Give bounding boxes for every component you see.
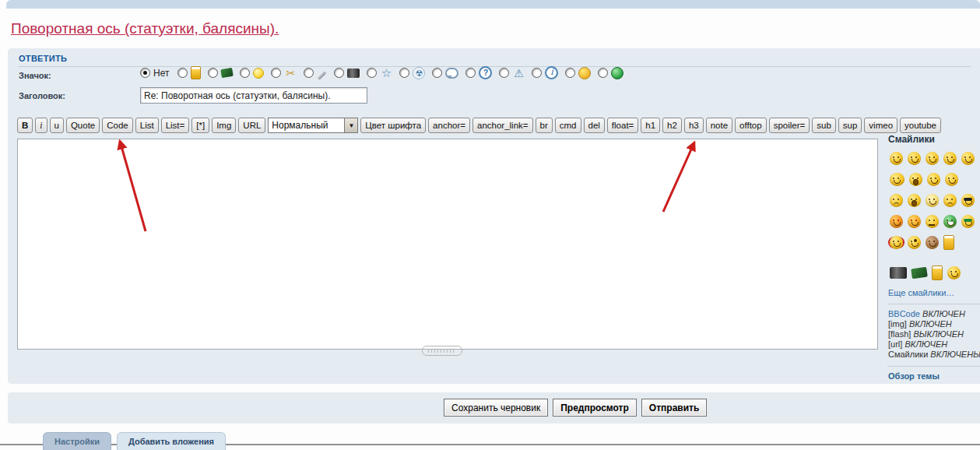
отправить-button[interactable]: Отправить [641, 399, 707, 417]
bbcode-b-button[interactable]: B [17, 118, 33, 133]
radio-button[interactable] [177, 68, 188, 78]
smiley-shout[interactable] [909, 173, 922, 186]
smiley-headphones[interactable] [890, 236, 903, 249]
smiley-nerd[interactable] [961, 215, 975, 228]
bbcode-code-button[interactable]: Code [102, 118, 133, 133]
bbcode-h2-button[interactable]: h2 [662, 118, 682, 133]
smiley-greengrin[interactable] [943, 215, 957, 228]
topic-icon-option-beer[interactable] [177, 66, 201, 79]
smiley-angry[interactable] [890, 215, 903, 228]
tab-settings[interactable]: Настройки [43, 432, 111, 450]
bbcode-u-button[interactable]: u [50, 118, 64, 133]
bbcode-offtop-button[interactable]: offtop [735, 118, 767, 133]
topic-title-link[interactable]: Поворотная ось (статуэтки, балясины). [11, 20, 279, 37]
bbcode-br-button[interactable]: br [536, 118, 553, 133]
bbcode-list-button[interactable]: List [135, 118, 159, 133]
bbcode-anchor-button[interactable]: anchor= [428, 118, 470, 133]
bbcode-img-button[interactable]: Img [212, 118, 236, 133]
smiley-eek[interactable] [926, 194, 939, 207]
radio-button-none[interactable] [140, 68, 150, 78]
bbcode-url-button[interactable]: URL [238, 118, 265, 133]
topic-icon-option-none[interactable]: Нет [140, 68, 170, 79]
topic-icon-option-star[interactable]: ☆ [367, 67, 392, 79]
smiley-straight[interactable] [926, 215, 939, 228]
bbcode-i-button[interactable]: i [35, 118, 47, 133]
bbcode-h1-button[interactable]: h1 [641, 118, 660, 133]
smiley-monocle[interactable] [908, 236, 921, 249]
smiley-motor[interactable] [890, 267, 907, 279]
bbcode-list-button[interactable]: List= [161, 118, 190, 133]
topic-icon-option-smiley-wink[interactable] [565, 67, 591, 79]
smiley-happy[interactable] [908, 152, 921, 165]
smiley-laugh[interactable] [890, 152, 903, 165]
smiley-rolleyes[interactable] [945, 173, 958, 186]
topic-icon-option-wrench[interactable] [304, 68, 327, 78]
bbcode-btn-button[interactable]: [*] [191, 118, 209, 133]
bbcode-vimeo-button[interactable]: vimeo [864, 118, 897, 133]
topic-icon-option-warning[interactable]: ⚠ [499, 67, 525, 79]
bbcode-sup-button[interactable]: sup [838, 118, 862, 133]
smiley-shrug[interactable] [890, 173, 904, 186]
smiley-grin[interactable] [943, 152, 957, 165]
dropdown-arrow-icon[interactable]: ▼ [344, 118, 357, 132]
bbcode-spoiler-button[interactable]: spoiler= [769, 118, 810, 133]
topic-icon-option-question[interactable]: ? [465, 66, 492, 79]
radio-button[interactable] [334, 68, 344, 78]
action-strip: Сохранить черновикПредпросмотрОтправить [8, 392, 980, 424]
topic-icon-option-speech[interactable] [432, 68, 458, 79]
radio-button[interactable] [432, 68, 442, 78]
smiley-sad[interactable] [890, 194, 903, 207]
smiley-pcb[interactable] [911, 267, 928, 279]
сохранить-черновик-button[interactable]: Сохранить черновик [444, 399, 548, 417]
предпросмотр-button[interactable]: Предпросмотр [553, 399, 637, 417]
bbcode-anchor-link-button[interactable]: anchor_link= [472, 118, 533, 133]
smiley-evil[interactable] [908, 215, 921, 228]
radio-button[interactable] [399, 68, 409, 78]
more-smilies-link[interactable]: Еще смайлики… [888, 288, 980, 297]
topic-icon-option-bulb[interactable] [240, 68, 264, 79]
radio-button[interactable] [240, 68, 250, 78]
smiley-cool[interactable] [961, 194, 975, 207]
radio-button[interactable] [565, 68, 575, 78]
topic-icon-option-pcb[interactable] [208, 68, 233, 78]
smiley-winkface[interactable] [947, 266, 961, 279]
message-textarea[interactable] [17, 139, 878, 350]
smiley-beersmall[interactable] [932, 265, 943, 280]
topic-icon-option-info[interactable]: i [532, 66, 558, 79]
font-style-select[interactable]: Нормальный ▼ [268, 118, 358, 133]
smiley-surprised[interactable] [908, 194, 921, 207]
radio-button[interactable] [532, 68, 542, 78]
radio-button[interactable] [367, 68, 377, 78]
bbcode-float-button[interactable]: float= [607, 118, 638, 133]
radio-button[interactable] [598, 68, 608, 78]
bbcode-youtube-button[interactable]: youtube [900, 118, 941, 133]
topic-icon-option-pliers[interactable]: ✂ [271, 67, 297, 79]
smiley-confused[interactable] [943, 194, 957, 207]
resize-grip[interactable] [422, 346, 462, 356]
bbcode-h3-button[interactable]: h3 [684, 118, 704, 133]
bbcode-sub-button[interactable]: sub [812, 118, 836, 133]
bbcode-cmd-button[interactable]: cmd [555, 118, 581, 133]
bbcode-note-button[interactable]: note [706, 118, 732, 133]
status-line-flash: [flash] ВЫКЛЮЧЕН [888, 329, 980, 339]
tab-add-attachments[interactable]: Добавить вложения [117, 432, 226, 450]
subject-input[interactable] [140, 87, 367, 104]
smiley-content[interactable] [927, 173, 940, 186]
bbcode-faq-link[interactable]: BBCode [888, 309, 920, 318]
radio-button[interactable] [304, 68, 314, 78]
smiley-beer[interactable] [943, 235, 954, 250]
smiley-tongue[interactable] [961, 152, 975, 165]
topic-review-link[interactable]: Обзор темы [888, 371, 980, 381]
topic-icon-option-green-grin[interactable] [598, 67, 623, 79]
bbcode-цвет-шрифта-button[interactable]: Цвет шрифта [360, 118, 426, 133]
bbcode-del-button[interactable]: del [584, 118, 605, 133]
topic-icon-option-motor[interactable] [334, 68, 360, 78]
radio-button[interactable] [208, 68, 218, 78]
smiley-monkey[interactable] [926, 236, 939, 249]
topic-icon-option-radiation[interactable]: ☢ [399, 67, 425, 79]
radio-button[interactable] [271, 68, 281, 78]
radio-button[interactable] [499, 68, 509, 78]
radio-button[interactable] [465, 68, 476, 78]
smiley-wink[interactable] [926, 152, 939, 165]
bbcode-quote-button[interactable]: Quote [66, 118, 100, 133]
